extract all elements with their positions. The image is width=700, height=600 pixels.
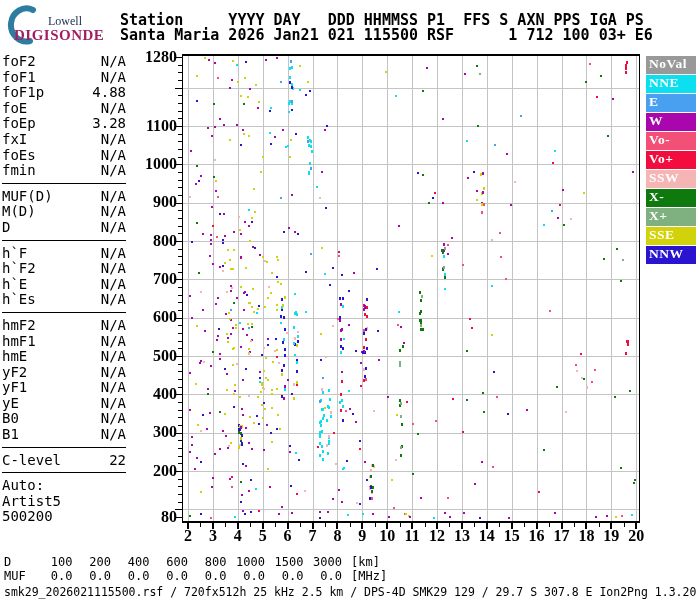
separator-line xyxy=(2,472,126,473)
legend-item-sse: SSE xyxy=(646,227,696,245)
parameter-label: yE xyxy=(2,396,19,412)
parameter-row-500200: 500200 xyxy=(2,509,126,525)
muf-value: 0.0 xyxy=(73,569,112,583)
parameter-label: Artist5 xyxy=(2,494,61,510)
parameter-value: N/A xyxy=(101,427,126,443)
parameter-label: foEp xyxy=(2,116,36,132)
parameter-label: 500200 xyxy=(2,509,53,525)
d-value: 3000 xyxy=(304,555,343,569)
parameter-label: MUF(D) xyxy=(2,189,53,205)
separator-line xyxy=(2,447,126,448)
parameter-label: fxI xyxy=(2,132,27,148)
lowell-digisonde-logo: Lowell DIGISONDE xyxy=(6,5,118,47)
parameter-row-hme: hmEN/A xyxy=(2,349,126,365)
parameter-value: N/A xyxy=(101,148,126,164)
parameter-row-h-e: h`EN/A xyxy=(2,277,126,293)
muf-value: 0.0 xyxy=(34,569,73,583)
d-value: 800 xyxy=(188,555,227,569)
parameter-row-hmf2: hmF2N/A xyxy=(2,318,126,334)
d-label: D xyxy=(4,555,34,569)
parameter-label: yF2 xyxy=(2,365,27,381)
legend-item-noval: NoVal xyxy=(646,56,696,74)
parameter-value: N/A xyxy=(101,380,126,396)
parameter-label: M(D) xyxy=(2,204,36,220)
parameter-value: N/A xyxy=(101,189,126,205)
parameter-row-c-level: C-level22 xyxy=(2,453,126,469)
parameter-value: N/A xyxy=(101,220,126,236)
parameter-label: hmE xyxy=(2,349,27,365)
separator-line xyxy=(2,183,126,184)
muf-value: 0.0 xyxy=(111,569,150,583)
parameter-value: N/A xyxy=(101,365,126,381)
legend-item-x: X- xyxy=(646,189,696,207)
parameter-row-ye: yEN/A xyxy=(2,396,126,412)
legend-item-ssw: SSW xyxy=(646,170,696,188)
parameter-value: N/A xyxy=(101,204,126,220)
d-value: 200 xyxy=(73,555,112,569)
parameter-value: N/A xyxy=(101,163,126,179)
parameter-label: C-level xyxy=(2,453,61,469)
parameter-row-fmin: fminN/A xyxy=(2,163,126,179)
d-unit: [km] xyxy=(342,555,380,569)
parameter-value: N/A xyxy=(101,101,126,117)
parameter-label: D xyxy=(2,220,10,236)
d-value: 1500 xyxy=(265,555,304,569)
parameter-label: hmF1 xyxy=(2,334,36,350)
parameter-value: N/A xyxy=(101,132,126,148)
parameter-row-auto: Auto: xyxy=(2,478,126,494)
parameter-label: foF2 xyxy=(2,54,36,70)
parameter-row-foe: foEN/A xyxy=(2,101,126,117)
echo-type-legend: NoValNNEEWVo-Vo+SSWX-X+SSENNW xyxy=(646,56,696,265)
parameter-value: N/A xyxy=(101,292,126,308)
parameter-row-h-f2: h`F2N/A xyxy=(2,261,126,277)
separator-line xyxy=(2,312,126,313)
parameter-value: N/A xyxy=(101,396,126,412)
parameter-row-fof1: foF1N/A xyxy=(2,70,126,86)
d-value: 100 xyxy=(34,555,73,569)
muf-value: 0.0 xyxy=(304,569,343,583)
parameter-label: Auto: xyxy=(2,478,44,494)
legend-item-nne: NNE xyxy=(646,75,696,93)
parameter-row-yf2: yF2N/A xyxy=(2,365,126,381)
digisonde-ionogram-app: Lowell DIGISONDE Station YYYY DAY DDD HH… xyxy=(0,0,700,600)
legend-item-vo: Vo+ xyxy=(646,151,696,169)
muf-row: MUF0.00.00.00.00.00.00.00.0[MHz] xyxy=(4,569,387,583)
parameter-label: hmF2 xyxy=(2,318,36,334)
parameter-row-foes: foEsN/A xyxy=(2,148,126,164)
muf-unit: [MHz] xyxy=(342,569,387,583)
parameter-value: N/A xyxy=(101,246,126,262)
parameter-value: N/A xyxy=(101,277,126,293)
parameter-value: N/A xyxy=(101,411,126,427)
parameter-row-b0: B0N/A xyxy=(2,411,126,427)
parameter-label: yF1 xyxy=(2,380,27,396)
header-readout: Station YYYY DAY DDD HHMMSS P1 FFS S AXN… xyxy=(120,13,653,42)
parameter-row-h-f: h`FN/A xyxy=(2,246,126,262)
parameters-panel: foF2N/AfoF1N/AfoF1p4.88foEN/AfoEp3.28fxI… xyxy=(2,54,126,525)
legend-item-vo: Vo- xyxy=(646,132,696,150)
parameter-row-fof2: foF2N/A xyxy=(2,54,126,70)
muf-value: 0.0 xyxy=(150,569,189,583)
parameter-label: foE xyxy=(2,101,27,117)
d-distance-row: D100200400600800100015003000[km] xyxy=(4,555,380,569)
legend-item-w: W xyxy=(646,113,696,131)
parameter-row-fxi: fxIN/A xyxy=(2,132,126,148)
d-value: 1000 xyxy=(227,555,266,569)
status-bar: smk29_2026021115500.rsf / 720fx512h 25 k… xyxy=(4,585,696,599)
parameter-value: N/A xyxy=(101,261,126,277)
parameter-label: foF1p xyxy=(2,85,44,101)
parameter-row-yf1: yF1N/A xyxy=(2,380,126,396)
separator-line xyxy=(2,240,126,241)
parameter-label: foEs xyxy=(2,148,36,164)
parameter-label: h`Es xyxy=(2,292,36,308)
parameter-value: N/A xyxy=(101,349,126,365)
parameter-label: foF1 xyxy=(2,70,36,86)
muf-value: 0.0 xyxy=(265,569,304,583)
parameter-value: N/A xyxy=(101,54,126,70)
legend-item-x: X+ xyxy=(646,208,696,226)
parameter-value: 3.28 xyxy=(92,116,126,132)
parameter-label: B1 xyxy=(2,427,19,443)
parameter-row-foep: foEp3.28 xyxy=(2,116,126,132)
d-value: 600 xyxy=(150,555,189,569)
header-line-values: Santa Maria 2026 Jan21 021 115500 RSF 1 … xyxy=(120,28,653,43)
parameter-row-muf-d: MUF(D)N/A xyxy=(2,189,126,205)
